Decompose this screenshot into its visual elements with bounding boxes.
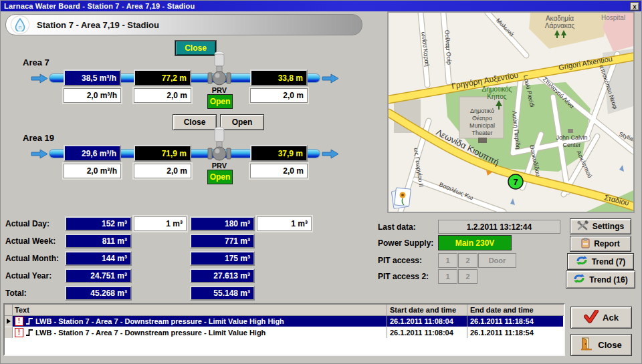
week-total-1: 811 m³	[65, 234, 132, 248]
station-marker[interactable]: 7	[508, 174, 523, 189]
area19-prv-label: PRV	[207, 162, 231, 170]
area19-downstream-pressure: 37,9 m	[250, 145, 308, 162]
pit-access2-2: 2	[458, 269, 477, 284]
pit-access-1: 1	[438, 253, 457, 268]
poi-label: Theater	[471, 130, 492, 136]
window-titlebar: Larnaca Water Board - Station 7 - Area 7…	[1, 1, 641, 11]
pit-access-label: PIT access:	[378, 256, 422, 265]
alarm-table-header: Text Start date and time End date and ti…	[5, 305, 564, 316]
alarm-end: 26.1.2011 11:18:54	[467, 316, 563, 327]
photo-icon[interactable]	[391, 188, 411, 208]
window-close-icon[interactable]: x	[630, 2, 639, 11]
alarm-row[interactable]: ! LWB - Station 7 - Area 7 - Downstream …	[5, 316, 564, 327]
area7-flow-setpoint[interactable]: 2,0 m³/h	[64, 88, 121, 103]
area7-downstream-pressure: 33,8 m	[250, 69, 308, 86]
pit-access-2: 2	[458, 253, 477, 268]
checkmark-icon	[584, 310, 599, 325]
close-button[interactable]: Close	[570, 334, 632, 356]
actual-month-label: Actual Month:	[5, 254, 59, 263]
area19-inflow-arrow-icon	[31, 149, 48, 162]
ack-button[interactable]: Ack	[570, 307, 632, 329]
trend7-button[interactable]: Trend (7)	[567, 253, 634, 270]
row-selector-icon	[5, 316, 13, 327]
report-button-label: Report	[594, 239, 620, 248]
week-total-2: 771 m³	[190, 234, 255, 248]
map-panel[interactable]: ωνίου Κοραή Ουίλιαμ Ουίρ Μυλωνά Γρηγόρη …	[387, 11, 635, 213]
pit-access2-1: 1	[438, 269, 457, 284]
trend7-button-label: Trend (7)	[592, 257, 626, 266]
month-total-2: 175 m³	[190, 251, 255, 266]
alarm-state-icon	[25, 317, 33, 327]
report-icon	[581, 238, 590, 250]
poi-label: Center	[562, 142, 580, 148]
col-header-start[interactable]: Start date and time	[387, 305, 467, 315]
month-total-1: 144 m³	[65, 251, 132, 266]
area19-label: Area 19	[23, 133, 54, 143]
alarm-state-icon	[25, 328, 33, 338]
alarm-start: 26.1.2011 11:08:04	[387, 327, 467, 338]
year-total-2: 27.613 m³	[190, 268, 255, 283]
col-header-text[interactable]: Text	[13, 305, 387, 315]
area19-flow-setpoint[interactable]: 2,0 m³/h	[64, 164, 121, 178]
poi-label: John Calvin	[556, 134, 587, 141]
svg-text:7: 7	[513, 177, 518, 187]
settings-icon	[577, 220, 588, 232]
alarm-row[interactable]: ! LWB - Station 7 - Area 7 - Downstream …	[5, 327, 564, 338]
total-label: Total:	[5, 289, 27, 298]
area19-flow-value: 29,6 m³/h	[64, 145, 121, 162]
poi-label: Δημοτικό	[470, 108, 494, 114]
area7-prv-label: PRV	[207, 86, 231, 94]
close-button-label: Close	[598, 340, 621, 350]
report-button[interactable]: Report	[570, 236, 631, 252]
page-title: Station 7 - Area 7,19 - Stadiou	[37, 20, 159, 30]
ack-button-label: Ack	[603, 313, 619, 323]
day-manual-2[interactable]: 1 m³	[257, 216, 312, 231]
svg-text:Π: Π	[19, 25, 21, 29]
row-selector	[5, 327, 13, 338]
alarm-priority-icon: !	[15, 317, 23, 326]
area-label: Δημοτικός	[482, 85, 512, 93]
area19-downstream-setpoint[interactable]: 2,0 m	[250, 164, 308, 178]
alarm-priority-icon: !	[15, 328, 23, 337]
alarm-end: 26.1.2011 11:18:54	[467, 327, 563, 338]
grand-total-2: 55.148 m³	[190, 286, 255, 301]
actual-day-label: Actual Day:	[5, 219, 49, 228]
power-supply-badge: Main 230V	[438, 235, 512, 250]
area7-flow-value: 38,5 m³/h	[64, 69, 121, 86]
area7-prv-valve-icon	[207, 50, 231, 90]
area7-outflow-arrow-icon	[322, 73, 339, 86]
day-manual-1[interactable]: 1 m³	[134, 216, 187, 231]
water-drop-icon: Π	[11, 16, 29, 33]
pit-access-door: Door	[478, 253, 516, 268]
area-label: Κήπος	[487, 93, 507, 100]
area-label: Λάρνακας	[545, 22, 575, 29]
area7-upstream-setpoint[interactable]: 2,0 m	[134, 88, 191, 103]
window-title: Larnaca Water Board - Station 7 - Area 7…	[1, 2, 195, 10]
trend16-button[interactable]: Trend (16)	[566, 270, 635, 289]
power-supply-label: Power Supply:	[378, 238, 433, 248]
settings-button-label: Settings	[593, 222, 624, 231]
alarm-table: Text Start date and time End date and ti…	[3, 303, 565, 356]
area19-upstream-setpoint[interactable]: 2,0 m	[134, 164, 191, 178]
area19-upstream-pressure: 71,9 m	[134, 145, 191, 162]
area19-prv-valve-icon	[207, 126, 231, 166]
map-canvas: ωνίου Κοραή Ουίλιαμ Ουίρ Μυλωνά Γρηγόρη …	[389, 13, 633, 212]
area19-outflow-arrow-icon	[322, 149, 339, 162]
col-header-end[interactable]: End date and time	[467, 305, 563, 315]
year-total-1: 24.751 m³	[65, 268, 132, 283]
trend-icon	[576, 255, 588, 268]
door-icon	[580, 337, 594, 353]
poi-label: Θέατρο	[472, 115, 492, 122]
grand-total-1: 45.268 m³	[65, 286, 132, 301]
last-data-label: Last data:	[378, 222, 416, 232]
area7-downstream-setpoint[interactable]: 2,0 m	[250, 88, 308, 103]
actual-year-label: Actual Year:	[5, 271, 51, 281]
pit-access2-label: PIT access 2:	[378, 272, 429, 281]
area7-upstream-pressure: 77,2 m	[134, 69, 191, 86]
trend-icon	[573, 273, 585, 286]
alarm-start: 26.1.2011 11:08:04	[387, 316, 467, 327]
settings-button[interactable]: Settings	[570, 218, 631, 234]
trend16-button-label: Trend (16)	[589, 275, 627, 285]
area19-prv-status-badge: Open	[207, 170, 233, 184]
area7-inflow-arrow-icon	[31, 73, 48, 86]
